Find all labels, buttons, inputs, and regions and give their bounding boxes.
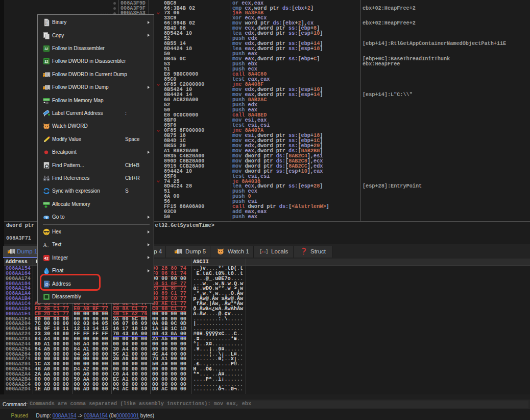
svg-text:@: @ — [46, 102, 49, 104]
svg-text:42: 42 — [44, 256, 49, 261]
svg-text:32: 32 — [44, 60, 49, 63]
svg-text:32: 32 — [44, 47, 49, 51]
svg-text:01: 01 — [45, 23, 48, 26]
svg-text:]: ] — [266, 249, 268, 254]
svg-text:a: a — [47, 244, 49, 248]
